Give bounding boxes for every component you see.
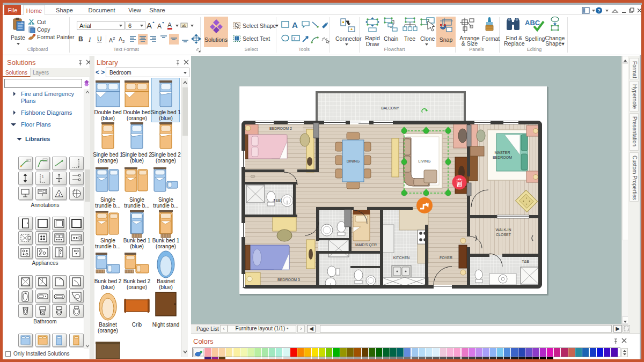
svg-text:1: 1	[58, 193, 61, 196]
svg-text:BEDROOM: BEDROOM	[493, 156, 512, 159]
svg-text:T&B: T&B	[273, 198, 281, 202]
svg-text:CLOSET: CLOSET	[496, 233, 511, 237]
svg-text:WALK-IN: WALK-IN	[496, 228, 511, 232]
svg-text:BALCONY: BALCONY	[381, 106, 399, 110]
svg-text:MAID'S QTR: MAID'S QTR	[355, 243, 377, 247]
svg-text:A: A	[292, 20, 298, 29]
svg-text:1: 1	[42, 175, 44, 178]
svg-text:FOYER: FOYER	[440, 256, 452, 260]
svg-text:A: A	[157, 23, 162, 30]
svg-text:BEDROOM 2: BEDROOM 2	[269, 127, 292, 130]
svg-text:DINING: DINING	[347, 159, 360, 163]
svg-text:A: A	[147, 21, 152, 30]
svg-text:T&B: T&B	[522, 260, 529, 263]
svg-text:?: ?	[597, 8, 601, 13]
svg-text:KITCHEN: KITCHEN	[393, 256, 410, 260]
svg-text:LIVING: LIVING	[419, 159, 431, 163]
svg-text:ab: ab	[182, 24, 186, 27]
svg-text:BEDROOM 3: BEDROOM 3	[277, 278, 300, 282]
svg-text:T: T	[293, 36, 296, 41]
svg-text:ABC: ABC	[525, 19, 540, 27]
svg-text:A: A	[167, 21, 172, 29]
svg-text:MASTER: MASTER	[494, 151, 510, 154]
